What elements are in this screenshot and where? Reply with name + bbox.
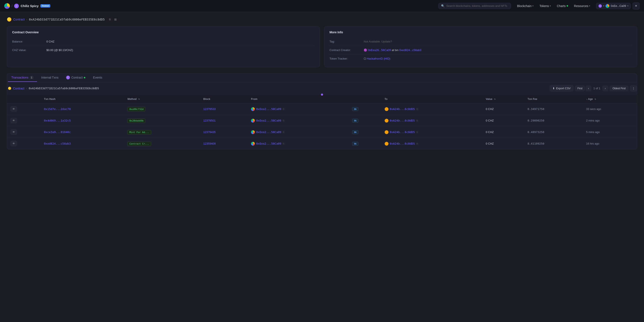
chevron-down-icon: ▾ <box>550 5 551 7</box>
chain-small-icon: C <box>598 4 602 8</box>
active-dot-icon <box>566 5 568 7</box>
from-address-link[interactable]: 0xEea2...58Ca09 <box>256 107 281 111</box>
copy-from-button[interactable]: ⎘ <box>282 142 285 146</box>
export-csv-button[interactable]: ⬇ Export CSV <box>550 85 574 91</box>
breadcrumb-category[interactable]: Contract <box>13 18 24 21</box>
transaction-fee: 0.29890250 <box>528 119 544 122</box>
col-direction <box>349 95 381 103</box>
creator-address[interactable]: 0xEea26...58Ca09 <box>368 48 391 52</box>
page-indicator: 1 of 1 <box>592 87 602 90</box>
row-value-cell: 0 CHZ <box>482 115 524 126</box>
to-address-link[interactable]: 0xA24b...6c8dD5 <box>390 107 415 111</box>
row-fee-cell: 0.48973250 <box>524 126 583 138</box>
tab-events-label: Events <box>93 76 102 79</box>
tab-events[interactable]: Events <box>90 74 106 82</box>
tracker-row: Token Tracker: ⬡ HackathonID (HID) <box>330 54 632 63</box>
navbar: / C Chiliz Spicy Testnet 🔍 Search blockc… <box>0 0 644 12</box>
creator-txn-separator: at txn <box>392 48 399 52</box>
tracker-name[interactable]: HackathonID (HID) <box>367 57 390 60</box>
breadcrumb-address: 0xA24bD33d771D21Ca5fab9c6006eFEB335E6c8d… <box>29 18 105 21</box>
next-page-button[interactable]: › <box>602 86 608 91</box>
txn-hash-link[interactable]: 0xed824...c58ab3 <box>44 142 71 145</box>
row-method-cell: 0x28dadd9b <box>124 115 200 126</box>
to-address-link[interactable]: 0xA24b...6c8dD5 <box>390 119 415 122</box>
section-breadcrumb: 🟡 Contract › 0xA24bD33d771D21Ca5fab9c600… <box>8 87 548 90</box>
tab-contract[interactable]: C Contract <box>63 73 89 82</box>
from-address-link[interactable]: 0xEea2...58Ca09 <box>256 142 281 145</box>
nav-tokens[interactable]: Tokens ▾ <box>537 3 553 9</box>
col-txn-hash: Txn Hash <box>40 95 124 103</box>
table-row: 👁 0x4d069...1a32c5 0x28dadd9b 12378501 0… <box>7 115 637 126</box>
transaction-age: 33 secs ago <box>586 107 601 111</box>
method-badge: Mint For Ad... <box>128 130 151 135</box>
prev-page-button[interactable]: ‹ <box>586 86 591 91</box>
row-value-cell: 0 CHZ <box>482 126 524 138</box>
section-category[interactable]: Contract <box>13 87 24 90</box>
block-number-link[interactable]: 12378435 <box>203 131 216 134</box>
row-from-cell: 0xEea2...58Ca09 ⎘ <box>248 103 349 115</box>
txn-hash-link[interactable]: 0x15d7e...2dac78 <box>44 107 71 111</box>
creator-txn-hash[interactable]: 0xed824...c58ab3 <box>399 48 421 52</box>
nav-blockchain[interactable]: Blockchain ▾ <box>514 3 536 9</box>
row-hash-cell: 0x4d069...1a32c5 <box>40 115 124 126</box>
wallet-address: 0xEe...Ca09 <box>611 4 626 7</box>
qr-code-button[interactable]: ⊞ <box>113 17 118 21</box>
view-transaction-button[interactable]: 👁 <box>10 118 17 123</box>
copy-address-button[interactable]: ⎘ <box>108 17 112 21</box>
copy-to-button[interactable]: ⎘ <box>416 142 418 146</box>
row-block-cell: 12359409 <box>200 138 248 150</box>
row-method-cell: Mint For Ad... <box>124 126 200 138</box>
view-transaction-button[interactable]: 👁 <box>10 141 17 146</box>
to-address-icon <box>385 119 388 123</box>
copy-from-button[interactable]: ⎘ <box>282 107 285 111</box>
block-number-link[interactable]: 12378533 <box>203 107 216 111</box>
copy-to-button[interactable]: ⎘ <box>416 119 418 123</box>
row-eye-cell: 👁 <box>7 126 40 138</box>
copy-from-button[interactable]: ⎘ <box>282 119 285 123</box>
sort-button[interactable]: Oldest First <box>610 86 628 91</box>
breadcrumb: 🟡 Contract › 0xA24bD33d771D21Ca5fab9c600… <box>7 17 637 22</box>
from-address-link[interactable]: 0xEea2...58Ca09 <box>256 119 281 122</box>
chz-value: $0.00 (@ $0.13/CHZ) <box>46 48 73 52</box>
section-header: 🟡 Contract › 0xA24bD33d771D21Ca5fab9c600… <box>7 82 637 94</box>
tab-internal-txns[interactable]: Internal Txns <box>38 74 62 82</box>
tracker-label: Token Tracker: <box>330 57 364 60</box>
value-sort-icon: ⇅ <box>494 98 496 100</box>
view-transaction-button[interactable]: 👁 <box>10 129 17 135</box>
col-age: ↓ Age ⇅ <box>583 95 637 103</box>
nav-sep: / <box>12 4 12 8</box>
chz-value-label: CHZ Value: <box>12 48 46 52</box>
transactions-table: Txn Hash Method ⇅ Block From To <box>7 95 637 149</box>
transaction-value: 0 CHZ <box>486 119 494 122</box>
chevron-down-icon: ▾ <box>603 5 604 7</box>
theme-toggle-button[interactable]: ☀ <box>632 2 640 9</box>
row-eye-cell: 👁 <box>7 138 40 150</box>
block-number-link[interactable]: 12378501 <box>203 119 216 122</box>
col-from: From <box>248 95 349 103</box>
overview-grid: Contract Overview Balance: 0 CHZ CHZ Val… <box>7 26 637 67</box>
method-sort-icon: ⇅ <box>138 98 140 100</box>
to-address-link[interactable]: 0xA24b...6c8dD5 <box>390 131 415 134</box>
contract-overview-card: Contract Overview Balance: 0 CHZ CHZ Val… <box>7 26 320 67</box>
wallet-avatar-icon <box>606 4 609 8</box>
txn-hash-link[interactable]: 0x4d069...1a32c5 <box>44 119 71 122</box>
copy-to-button[interactable]: ⎘ <box>416 107 418 111</box>
from-address-link[interactable]: 0xEea2...58Ca09 <box>256 131 281 134</box>
to-address-link[interactable]: 0xA24b...6c8dD5 <box>390 142 415 145</box>
section-actions: ⬇ Export CSV First ‹ 1 of 1 › Oldest Fir… <box>550 85 637 91</box>
copy-to-button[interactable]: ⎘ <box>416 130 418 134</box>
scroll-dot <box>321 94 323 96</box>
first-page-button[interactable]: First <box>575 86 585 91</box>
block-number-link[interactable]: 12359409 <box>203 142 216 145</box>
nav-charts[interactable]: Charts <box>554 3 570 9</box>
view-transaction-button[interactable]: 👁 <box>10 106 17 112</box>
search-bar[interactable]: 🔍 Search blockchains, tokens, addresses … <box>438 3 511 9</box>
txn-hash-link[interactable]: 0xce3a9...01040c <box>44 131 71 134</box>
tab-transactions-label: Transactions <box>11 76 28 79</box>
more-options-button[interactable]: ⋮ <box>630 85 637 91</box>
row-to-cell: 0xA24b...6c8dD5 ⎘ <box>381 115 482 126</box>
wallet-button[interactable]: C ▾ 0xEe...Ca09 ▾ <box>596 3 631 9</box>
tab-transactions[interactable]: Transactions 1 <box>8 74 37 82</box>
copy-from-button[interactable]: ⎘ <box>282 130 285 134</box>
nav-resources[interactable]: Resources ▾ <box>572 3 593 9</box>
